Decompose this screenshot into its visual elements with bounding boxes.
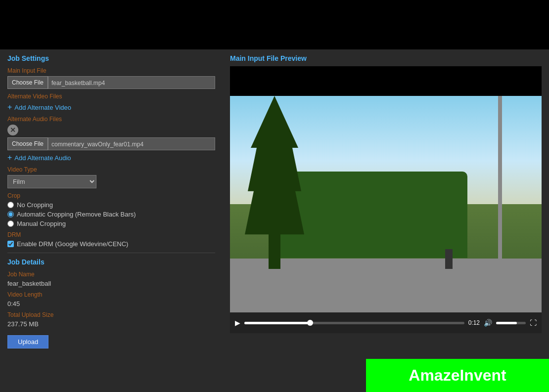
- crop-no-cropping-label[interactable]: No Cropping: [7, 201, 215, 209]
- progress-fill: [244, 322, 310, 324]
- crop-label: Crop: [7, 192, 215, 199]
- video-type-select[interactable]: Film TV Show Other: [7, 175, 96, 188]
- volume-bar[interactable]: [496, 322, 526, 324]
- volume-fill: [496, 322, 517, 324]
- job-settings-title: Job Settings: [7, 54, 215, 62]
- total-upload-size-label: Total Upload Size: [7, 311, 215, 318]
- crop-manual-text: Manual Cropping: [17, 220, 66, 227]
- remove-audio-btn[interactable]: ✕: [7, 125, 18, 135]
- job-name-label: Job Name: [7, 271, 215, 278]
- crop-no-cropping-radio[interactable]: [7, 202, 14, 208]
- add-video-icon: +: [7, 103, 12, 112]
- crop-auto-text: Automatic Cropping (Remove Black Bars): [17, 211, 136, 218]
- time-display: 0:12: [468, 319, 480, 326]
- mute-button[interactable]: 🔊: [484, 319, 492, 327]
- upload-button[interactable]: Upload: [7, 335, 48, 348]
- main-input-file-label: Main Input File: [7, 67, 215, 74]
- left-panel: Job Settings Main Input File Choose File…: [0, 49, 223, 392]
- add-alternate-video-text: Add Alternate Video: [14, 104, 71, 111]
- audio-file-name: commentary_wavOnly_fear01.mp4: [48, 137, 215, 150]
- drm-label: DRM: [7, 231, 215, 238]
- video-controls: ▶ 0:12 🔊 ⛶: [230, 312, 542, 333]
- crop-section: No Cropping Automatic Cropping (Remove B…: [7, 201, 215, 227]
- main-input-file-row: Choose File fear_basketball.mp4: [7, 76, 215, 89]
- crop-manual-radio[interactable]: [7, 220, 14, 227]
- job-name-value: fear_basketball: [7, 280, 215, 287]
- right-panel: Main Input File Preview ▶ 0:12 🔊: [223, 49, 549, 392]
- progress-bar[interactable]: [244, 322, 464, 324]
- video-person: [445, 249, 453, 269]
- fullscreen-button[interactable]: ⛶: [530, 319, 537, 327]
- main-file-name: fear_basketball.mp4: [48, 76, 215, 89]
- total-upload-size-value: 237.75 MB: [7, 320, 215, 328]
- top-bar: [0, 0, 549, 49]
- drm-checkbox-label[interactable]: Enable DRM (Google Widevine/CENC): [7, 240, 215, 248]
- video-length-value: 0:45: [7, 300, 215, 307]
- job-details-section: Job Details Job Name fear_basketball Vid…: [7, 258, 215, 348]
- video-type-label: Video Type: [7, 166, 215, 173]
- video-black-top: [230, 66, 542, 96]
- preview-title: Main Input File Preview: [230, 54, 542, 62]
- job-details-title: Job Details: [7, 258, 215, 266]
- alternate-video-label: Alternate Video Files: [7, 93, 215, 100]
- alternate-audio-label: Alternate Audio Files: [7, 116, 215, 123]
- video-container: ▶ 0:12 🔊 ⛶: [230, 66, 542, 333]
- crop-auto-label[interactable]: Automatic Cropping (Remove Black Bars): [7, 211, 215, 218]
- main-choose-file-button[interactable]: Choose File: [7, 76, 48, 89]
- drm-checkbox[interactable]: [7, 241, 14, 247]
- video-length-label: Video Length: [7, 291, 215, 298]
- play-button[interactable]: ▶: [235, 319, 240, 327]
- video-pole: [498, 96, 502, 291]
- video-type-row: Film TV Show Other: [7, 175, 215, 188]
- progress-thumb: [307, 320, 313, 326]
- audio-choose-file-button[interactable]: Choose File: [7, 137, 48, 150]
- add-audio-icon: +: [7, 153, 12, 162]
- drm-section: Enable DRM (Google Widevine/CENC): [7, 240, 215, 248]
- add-alternate-video-link[interactable]: + Add Alternate Video: [7, 103, 215, 112]
- crop-manual-label[interactable]: Manual Cropping: [7, 220, 215, 227]
- crop-no-cropping-text: No Cropping: [17, 201, 53, 209]
- add-alternate-audio-link[interactable]: + Add Alternate Audio: [7, 153, 215, 162]
- add-alternate-audio-text: Add Alternate Audio: [14, 154, 71, 162]
- drm-checkbox-text: Enable DRM (Google Widevine/CENC): [17, 240, 128, 248]
- branding-box: AmazeInvent: [366, 359, 549, 392]
- crop-auto-radio[interactable]: [7, 211, 14, 218]
- alternate-audio-file-row: Choose File commentary_wavOnly_fear01.mp…: [7, 137, 215, 150]
- divider: [7, 253, 215, 253]
- video-hedge: [279, 172, 467, 258]
- video-frame[interactable]: [230, 96, 542, 312]
- branding-text: AmazeInvent: [409, 366, 506, 384]
